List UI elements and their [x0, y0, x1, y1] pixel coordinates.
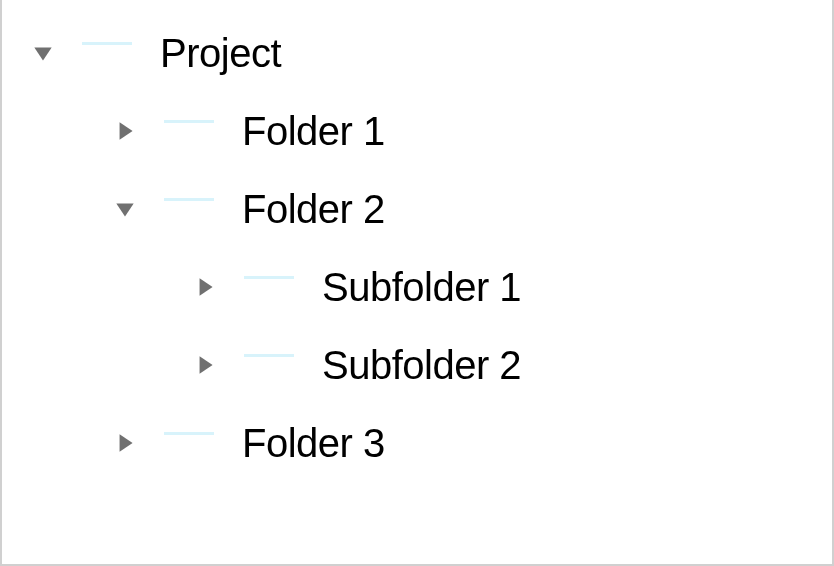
tree-item-label: Subfolder 1	[322, 265, 521, 310]
folder-tree: Project Folder 1 Folder 2 Subfolder 1 Su…	[2, 0, 832, 482]
tree-item-label: Folder 1	[242, 109, 385, 154]
folder-icon	[162, 109, 216, 153]
disclosure-triangle-right-icon[interactable]	[192, 274, 218, 300]
disclosure-triangle-down-icon[interactable]	[30, 40, 56, 66]
folder-icon	[242, 343, 296, 387]
tree-item-label: Folder 3	[242, 421, 385, 466]
tree-item-label: Project	[160, 31, 281, 76]
tree-item-folder-2[interactable]: Folder 2	[30, 170, 832, 248]
folder-icon	[162, 421, 216, 465]
folder-icon	[162, 187, 216, 231]
tree-item-subfolder-2[interactable]: Subfolder 2	[30, 326, 832, 404]
folder-icon	[242, 265, 296, 309]
tree-item-label: Folder 2	[242, 187, 385, 232]
tree-item-folder-3[interactable]: Folder 3	[30, 404, 832, 482]
tree-item-subfolder-1[interactable]: Subfolder 1	[30, 248, 832, 326]
tree-item-project[interactable]: Project	[30, 14, 832, 92]
tree-item-folder-1[interactable]: Folder 1	[30, 92, 832, 170]
disclosure-triangle-right-icon[interactable]	[112, 430, 138, 456]
tree-item-label: Subfolder 2	[322, 343, 521, 388]
disclosure-triangle-right-icon[interactable]	[112, 118, 138, 144]
folder-icon	[80, 31, 134, 75]
disclosure-triangle-down-icon[interactable]	[112, 196, 138, 222]
disclosure-triangle-right-icon[interactable]	[192, 352, 218, 378]
